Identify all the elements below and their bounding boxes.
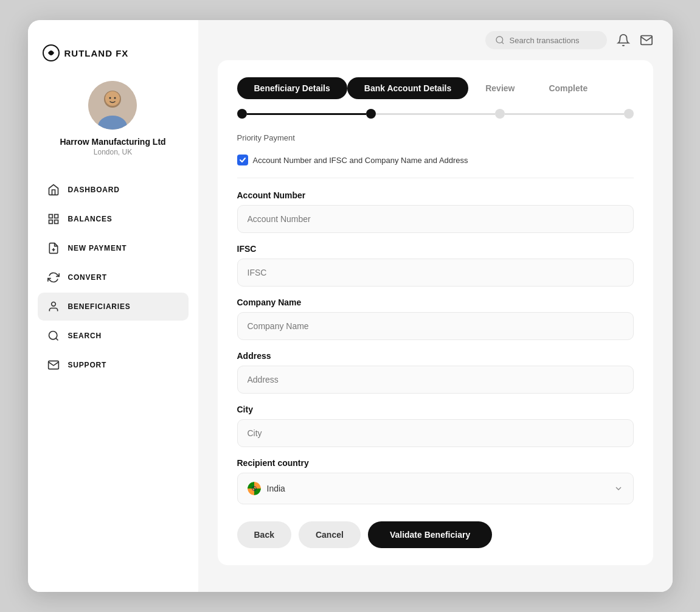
- progress-line-1: [247, 113, 366, 115]
- label-company-name: Company Name: [237, 297, 634, 307]
- svg-rect-10: [54, 220, 58, 224]
- messages-icon[interactable]: [640, 33, 653, 47]
- sidebar-item-label: CONVERT: [68, 273, 107, 282]
- form-group-address: Address: [237, 351, 634, 394]
- mail-icon: [47, 359, 60, 371]
- form-card: Beneficiary Details Bank Account Details…: [218, 60, 653, 565]
- logo-text: RUTLAND FX: [64, 48, 129, 58]
- label-ifsc: IFSC: [237, 244, 634, 254]
- svg-point-14: [49, 332, 57, 339]
- refresh-icon: [47, 271, 60, 283]
- search-input[interactable]: [510, 36, 595, 45]
- grid-icon: [47, 213, 60, 225]
- svg-point-13: [51, 302, 55, 307]
- input-ifsc[interactable]: [237, 259, 634, 287]
- navigation: DASHBOARD BALANCES NEW PAYMENT: [28, 176, 198, 380]
- content-area: Beneficiary Details Bank Account Details…: [198, 60, 673, 592]
- input-city[interactable]: [237, 419, 634, 447]
- search-bar-icon: [495, 35, 505, 45]
- main-content: Beneficiary Details Bank Account Details…: [198, 20, 673, 592]
- user-profile: Harrow Manufacturing Ltd London, UK: [60, 81, 165, 156]
- country-select-left: India: [248, 482, 285, 495]
- cancel-button[interactable]: Cancel: [299, 521, 361, 548]
- progress-dot-3: [495, 109, 505, 119]
- topbar: [198, 20, 673, 60]
- input-account-number[interactable]: [237, 205, 634, 233]
- file-plus-icon: [47, 242, 60, 254]
- sidebar-item-label: SUPPORT: [68, 361, 107, 369]
- user-icon: [47, 301, 60, 313]
- svg-rect-9: [49, 220, 52, 224]
- sidebar-item-new-payment[interactable]: NEW PAYMENT: [38, 234, 189, 262]
- validate-beneficiary-button[interactable]: Validate Beneficiary: [368, 521, 492, 548]
- company-location: London, UK: [94, 148, 132, 156]
- sidebar-item-search[interactable]: SEARCH: [38, 322, 189, 350]
- sidebar-item-label: NEW PAYMENT: [68, 244, 127, 252]
- sidebar: RUTLAND FX Harrow Manufacturing Ltd Lond…: [28, 20, 198, 592]
- progress-dot-2: [366, 109, 376, 119]
- form-group-account-number: Account Number: [237, 190, 634, 233]
- sidebar-item-label: DASHBOARD: [68, 186, 120, 194]
- input-company-name[interactable]: [237, 312, 634, 340]
- tab-beneficiary-details[interactable]: Beneficiary Details: [237, 77, 347, 99]
- label-city: City: [237, 405, 634, 414]
- checkbox-account-details[interactable]: [237, 155, 248, 165]
- india-flag-icon: [248, 482, 261, 495]
- logo-icon: [43, 44, 60, 61]
- sidebar-item-label: Beneficiaries: [68, 302, 131, 311]
- sidebar-item-dashboard[interactable]: DASHBOARD: [38, 176, 189, 204]
- progress-dot-1: [237, 109, 247, 119]
- country-name: India: [267, 484, 285, 493]
- action-buttons: Back Cancel Validate Beneficiary: [237, 521, 634, 548]
- svg-point-6: [114, 97, 116, 99]
- form-group-city: City: [237, 405, 634, 447]
- checkmark-icon: [239, 156, 246, 164]
- tab-review[interactable]: Review: [468, 77, 532, 99]
- svg-rect-8: [54, 215, 58, 218]
- checkbox-row[interactable]: Account Number and IFSC and Company Name…: [237, 155, 634, 165]
- sidebar-item-support[interactable]: SUPPORT: [38, 351, 189, 379]
- tab-bank-account-details[interactable]: Bank Account Details: [347, 77, 468, 99]
- priority-payment-row: Priority Payment: [237, 133, 634, 142]
- avatar-image: [88, 81, 137, 130]
- search-container[interactable]: [485, 31, 607, 49]
- logo: RUTLAND FX: [28, 44, 129, 61]
- label-address: Address: [237, 351, 634, 361]
- sidebar-item-convert[interactable]: CONVERT: [38, 263, 189, 291]
- notifications-icon[interactable]: [617, 33, 630, 47]
- form-group-recipient-country: Recipient country: [237, 458, 634, 504]
- step-tabs: Beneficiary Details Bank Account Details…: [237, 77, 634, 99]
- checkbox-label: Account Number and IFSC and Company Name…: [253, 156, 468, 165]
- label-recipient-country: Recipient country: [237, 458, 634, 468]
- home-icon: [47, 184, 60, 196]
- back-button[interactable]: Back: [237, 521, 291, 548]
- svg-point-5: [109, 97, 111, 99]
- sidebar-item-label: BALANCES: [68, 215, 113, 223]
- svg-rect-7: [49, 215, 52, 218]
- divider: [237, 178, 634, 178]
- progress-line-3: [505, 113, 624, 115]
- progress-dot-4: [624, 109, 634, 119]
- svg-point-16: [496, 37, 503, 43]
- progress-line-2: [376, 113, 495, 115]
- country-select[interactable]: India: [237, 473, 634, 504]
- label-account-number: Account Number: [237, 190, 634, 200]
- chevron-down-icon: [614, 484, 623, 493]
- form-group-ifsc: IFSC: [237, 244, 634, 287]
- priority-label: Priority Payment: [237, 133, 295, 142]
- company-name: Harrow Manufacturing Ltd: [60, 137, 165, 147]
- sidebar-item-label: SEARCH: [68, 332, 102, 340]
- svg-line-17: [502, 42, 504, 44]
- input-address[interactable]: [237, 366, 634, 394]
- form-group-company-name: Company Name: [237, 297, 634, 340]
- sidebar-item-beneficiaries[interactable]: Beneficiaries: [38, 293, 189, 321]
- svg-point-20: [254, 488, 255, 489]
- progress-bar: [237, 109, 634, 119]
- svg-line-15: [55, 338, 58, 341]
- svg-point-4: [105, 91, 120, 106]
- search-icon: [47, 330, 60, 342]
- tab-complete[interactable]: Complete: [532, 77, 605, 99]
- avatar: [88, 81, 137, 130]
- sidebar-item-balances[interactable]: BALANCES: [38, 205, 189, 233]
